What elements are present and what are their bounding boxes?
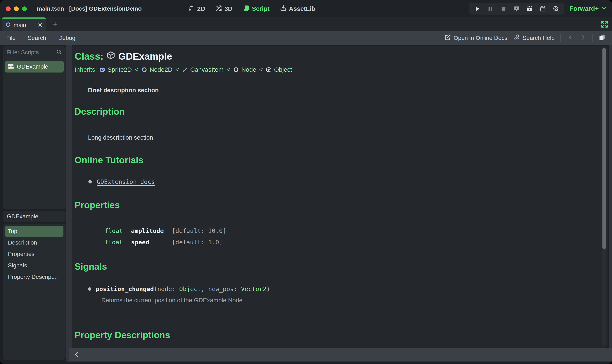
right-dock-edge[interactable]	[609, 45, 612, 362]
sidebar-collapse-button[interactable]	[74, 351, 80, 358]
history-forward-button[interactable]	[580, 35, 587, 41]
script-item-label: GDExample	[17, 63, 48, 70]
signal-name: position_changed	[96, 286, 154, 293]
doc-book-icon: DOC	[7, 63, 14, 71]
tutorials-heading: Online Tutorials	[74, 155, 143, 165]
scene-tab-main[interactable]: main ✕	[2, 17, 46, 31]
signal-param-type-link[interactable]: Object	[179, 286, 201, 293]
class-label: Class:	[75, 51, 103, 62]
member-item-signals[interactable]: Signals	[5, 260, 63, 271]
tutorial-item: GDExtension docs	[88, 178, 155, 185]
inherits-link-node2d[interactable]: Node2D	[150, 66, 172, 73]
long-description: Long description section	[88, 134, 153, 141]
zoom-window-button[interactable]	[22, 6, 27, 11]
property-type-link[interactable]: float	[105, 225, 131, 237]
member-item-properties[interactable]: Properties	[5, 248, 63, 260]
playback-toolbar	[469, 3, 564, 14]
filter-scripts-input[interactable]	[6, 49, 54, 56]
search-help-label: Search Help	[523, 35, 555, 41]
playback-area: Forward+	[469, 0, 607, 17]
renderer-dropdown[interactable]: Forward+	[570, 5, 607, 13]
property-name-link[interactable]: amplitude	[131, 225, 172, 237]
workspace-2d-button[interactable]: 2D	[188, 5, 205, 13]
signal-param-type-link[interactable]: Vector2	[241, 286, 266, 293]
script-item-gdexample[interactable]: DOC GDExample	[5, 61, 64, 73]
menubar-right: Open in Online Docs DOC Search Help	[444, 34, 606, 42]
separator	[560, 34, 561, 42]
menu-search[interactable]: Search	[28, 35, 46, 41]
member-item-property-descriptions[interactable]: Property Descript...	[5, 271, 63, 283]
stop-button[interactable]	[500, 6, 507, 12]
menus: File Search Debug	[6, 35, 75, 41]
menu-debug[interactable]: Debug	[58, 35, 75, 41]
menu-file[interactable]: File	[6, 35, 16, 41]
separator	[592, 34, 593, 42]
dock-splitter[interactable]	[66, 45, 72, 362]
script-icon	[243, 5, 250, 13]
inherits-link-node[interactable]: Node	[241, 66, 256, 73]
assetlib-icon	[280, 5, 287, 13]
property-type-link[interactable]: float	[105, 237, 131, 248]
scripts-panel-toggle-button[interactable]	[599, 34, 606, 42]
minimize-window-button[interactable]	[14, 6, 19, 11]
property-default: [default: 10.0]	[172, 227, 226, 234]
workspace-2d-label: 2D	[197, 5, 205, 12]
pause-button[interactable]	[487, 6, 494, 12]
canvasitem-icon	[182, 67, 188, 73]
inherits-link-sprite2d[interactable]: Sprite2D	[108, 66, 132, 73]
property-descriptions-heading: Property Descriptions	[74, 330, 170, 340]
doc-search-icon: DOC	[513, 34, 520, 42]
play-scene-button[interactable]	[514, 6, 520, 12]
member-item-top[interactable]: Top	[5, 226, 63, 237]
inherits-link-canvasitem[interactable]: CanvasItem	[190, 66, 224, 73]
workspace-3d-label: 3D	[224, 5, 232, 12]
script-list: DOC GDExample	[3, 59, 66, 74]
properties-heading: Properties	[74, 200, 120, 210]
renderer-label: Forward+	[570, 5, 599, 13]
member-filter-field[interactable]: GDExample	[3, 211, 66, 222]
close-tab-icon[interactable]: ✕	[38, 22, 42, 28]
close-window-button[interactable]	[6, 6, 11, 11]
description-heading: Description	[74, 106, 125, 117]
properties-table: floatamplitude[default: 10.0] floatspeed…	[105, 225, 226, 248]
movie-clapper-button[interactable]	[540, 6, 546, 12]
inherits-link-object[interactable]: Object	[274, 66, 292, 73]
doc-scrollbar[interactable]	[602, 48, 606, 346]
play-button[interactable]	[474, 6, 481, 12]
bottom-bar	[69, 348, 612, 362]
node-icon	[233, 67, 239, 73]
external-link-icon	[444, 34, 451, 42]
traffic-lights	[0, 6, 27, 11]
workspace-3d-button[interactable]: 3D	[216, 5, 232, 13]
open-online-docs-label: Open in Online Docs	[454, 35, 507, 41]
sprite2d-icon	[99, 67, 105, 73]
member-item-description[interactable]: Description	[5, 237, 63, 248]
search-help-button[interactable]: DOC Search Help	[513, 34, 555, 42]
scripts-panel: DOC GDExample	[3, 46, 66, 209]
tutorial-link[interactable]: GDExtension docs	[97, 178, 155, 185]
brief-description: Brief description section	[88, 87, 159, 94]
editor-body: DOC GDExample GDExample Top Description …	[0, 45, 612, 364]
doc-scrollbar-thumb[interactable]	[602, 48, 606, 249]
history-back-button[interactable]	[567, 35, 574, 41]
filter-scripts-row	[3, 46, 66, 59]
add-tab-button[interactable]: +	[52, 19, 58, 29]
godot-editor-window: main.tscn - [Docs] GDExtensionDemo 2D 3D…	[0, 0, 612, 364]
movie-maker-button[interactable]	[553, 6, 559, 12]
bullet-icon	[88, 180, 92, 183]
signal-signature: position_changed(node: Object, new_pos: …	[96, 286, 270, 293]
bullet-icon	[88, 287, 91, 291]
svg-text:DOC: DOC	[8, 66, 14, 69]
scene-tab-bar: main ✕ +	[0, 17, 612, 31]
chevron-down-icon	[601, 5, 607, 13]
open-online-docs-button[interactable]: Open in Online Docs	[444, 34, 507, 42]
play-custom-scene-button[interactable]	[527, 6, 533, 12]
distraction-free-button[interactable]	[600, 20, 609, 29]
svg-text:DOC: DOC	[514, 38, 519, 41]
signals-heading: Signals	[74, 261, 107, 272]
workspace-assetlib-button[interactable]: AssetLib	[280, 5, 315, 13]
inherits-label: Inherits:	[75, 66, 97, 73]
node2d-icon	[5, 22, 11, 28]
property-name-link[interactable]: speed	[131, 237, 172, 248]
workspace-script-button[interactable]: Script	[243, 5, 270, 13]
